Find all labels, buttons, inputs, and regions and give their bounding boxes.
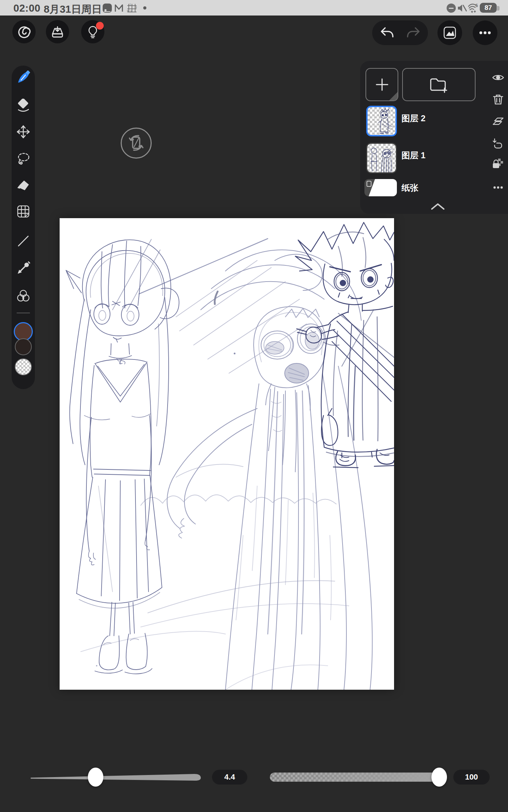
battery-cap-icon <box>497 6 500 11</box>
folder-plus-icon <box>429 76 449 93</box>
ideas-button[interactable] <box>81 20 104 43</box>
svg-text:2: 2 <box>130 10 132 13</box>
layer-name: 图层 1 <box>401 151 425 160</box>
tool-divider <box>17 313 30 313</box>
rotate-canvas-button[interactable] <box>121 128 152 159</box>
brush-size-slider-handle[interactable] <box>88 768 103 787</box>
opacity-slider-handle[interactable] <box>431 768 447 787</box>
battery-icon: 87 <box>480 3 497 13</box>
recent-app-icon <box>102 3 112 14</box>
app-logo-swirl-icon <box>17 24 31 39</box>
layers-panel: 图层 2 图层 1 纸张 <box>360 61 508 214</box>
layer-thumbnail[interactable] <box>366 143 397 173</box>
tool-color-wheel[interactable] <box>16 289 30 303</box>
opacity-value-label: 100 <box>465 773 478 782</box>
rotate-canvas-icon <box>126 133 146 153</box>
export-button[interactable] <box>46 20 69 43</box>
layer1-thumb-sketch <box>367 144 397 173</box>
line-icon <box>16 234 30 248</box>
ellipsis-icon <box>478 26 492 40</box>
image-icon <box>443 26 457 40</box>
brush-size-value: 4.4 <box>212 770 247 785</box>
color-wheel-icon <box>16 289 30 303</box>
opacity-slider[interactable] <box>270 773 444 782</box>
undo-button[interactable] <box>379 24 394 41</box>
layer-name: 图层 2 <box>401 114 425 123</box>
layer-options-button[interactable] <box>491 181 505 194</box>
network-5g-icon: 5 <box>468 2 479 15</box>
tool-eyedropper[interactable] <box>16 261 30 275</box>
tool-canvas-grid[interactable] <box>16 204 30 219</box>
sudoku-app-icon: 1 9 6 2 <box>127 3 137 14</box>
canvas-sketch <box>60 218 394 690</box>
ellipsis-icon <box>492 182 504 193</box>
layer-name: 纸张 <box>401 183 418 192</box>
delete-layer-button[interactable] <box>491 93 505 106</box>
do-not-disturb-icon <box>447 4 456 13</box>
lasso-icon <box>16 152 30 166</box>
secondary-color-swatch[interactable] <box>15 338 32 355</box>
brush-pen-icon <box>16 70 30 85</box>
move-icon <box>16 125 30 139</box>
undo-icon <box>379 24 394 40</box>
battery-percent: 87 <box>484 4 492 12</box>
more-options-button[interactable] <box>473 20 497 45</box>
canvas-grid-icon <box>16 204 30 219</box>
plus-icon <box>374 77 390 92</box>
tool-eraser[interactable] <box>16 99 30 113</box>
merge-layers-icon <box>492 115 504 128</box>
date-label: 8月31日周日 <box>44 2 102 17</box>
tool-panel <box>12 66 35 389</box>
layer-visibility-button[interactable] <box>491 71 505 84</box>
notification-badge <box>96 22 104 30</box>
svg-text:6: 6 <box>127 10 128 12</box>
tool-fill-bucket[interactable] <box>16 179 30 193</box>
alpha-lock-button[interactable] <box>491 157 505 170</box>
export-icon <box>50 24 65 39</box>
alpha-lock-icon <box>492 157 504 170</box>
import-image-button[interactable] <box>437 20 462 45</box>
layer-thumbnail-selected[interactable] <box>366 106 397 136</box>
tool-brush[interactable] <box>16 70 30 85</box>
tool-move[interactable] <box>16 125 30 139</box>
eyedropper-icon <box>16 261 30 275</box>
brush-size-slider[interactable] <box>30 773 203 782</box>
chevron-up-icon <box>430 202 446 211</box>
move-into-layer-button[interactable] <box>491 136 505 150</box>
drawing-canvas[interactable] <box>60 218 394 690</box>
brush-size-value-label: 4.4 <box>224 773 235 782</box>
muted-speaker-icon <box>457 3 467 14</box>
paper-layer-thumbnail[interactable] <box>364 179 397 196</box>
layer2-thumb-sketch <box>368 107 397 136</box>
tool-lasso[interactable] <box>16 152 30 166</box>
notification-dot-icon <box>143 6 146 10</box>
collapse-panel-button[interactable] <box>430 202 446 212</box>
opacity-value: 100 <box>453 770 490 785</box>
svg-text:5: 5 <box>476 3 478 8</box>
paper-thumb <box>364 179 397 196</box>
svg-text:1: 1 <box>129 3 131 6</box>
add-layer-button[interactable] <box>365 68 398 101</box>
eye-icon <box>492 71 504 84</box>
undo-redo-group <box>372 20 428 45</box>
m-app-icon <box>114 3 124 14</box>
eraser-icon <box>16 99 30 113</box>
redo-icon <box>406 24 422 40</box>
redo-button[interactable] <box>406 24 422 41</box>
transparent-color-swatch[interactable] <box>15 358 32 375</box>
move-into-icon <box>492 137 504 149</box>
trash-icon <box>492 93 504 105</box>
drawing-app-screen: 02:00 8月31日周日 1 9 6 2 <box>0 0 508 812</box>
add-layer-fold-corner <box>389 92 398 101</box>
fill-bucket-icon <box>16 179 30 193</box>
clock: 02:00 <box>13 2 41 14</box>
add-folder-button[interactable] <box>402 68 476 101</box>
status-bar: 02:00 8月31日周日 1 9 6 2 <box>0 0 508 16</box>
gallery-home-button[interactable] <box>12 20 36 43</box>
tool-line[interactable] <box>16 234 30 248</box>
svg-text:9: 9 <box>135 6 137 8</box>
merge-layers-button[interactable] <box>491 115 505 128</box>
